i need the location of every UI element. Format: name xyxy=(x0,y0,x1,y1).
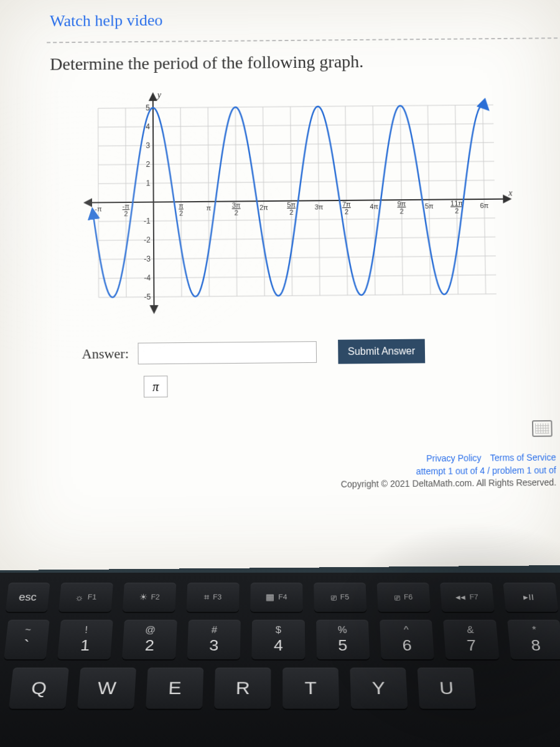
svg-line-25 xyxy=(99,294,497,298)
footer: Privacy Policy Terms of Service attempt … xyxy=(340,451,556,491)
key-f4: ▦F4 xyxy=(250,583,302,612)
key-6: ^6 xyxy=(380,620,434,660)
svg-text:2π: 2π xyxy=(259,204,268,211)
svg-line-16 xyxy=(98,124,494,128)
key-7: &7 xyxy=(443,620,499,660)
svg-text:2: 2 xyxy=(124,210,128,217)
answer-input[interactable] xyxy=(138,341,317,364)
svg-text:1: 1 xyxy=(146,179,151,187)
key-3: #3 xyxy=(187,620,241,660)
svg-text:π: π xyxy=(206,204,211,212)
key-r: R xyxy=(214,668,271,709)
key-y: Y xyxy=(350,668,408,709)
key-f5: ⎚F5 xyxy=(314,583,366,612)
physical-keyboard: esc ☼F1 ☀F2 ⌗F3 ▦F4 ⎚F5 ⎚F6 ◂◂F7 ▸II ~` … xyxy=(0,573,560,747)
key-f1: ☼F1 xyxy=(58,583,113,612)
answer-label: Answer: xyxy=(82,345,129,362)
svg-text:-3: -3 xyxy=(144,255,151,263)
svg-text:2: 2 xyxy=(399,207,403,215)
svg-text:5π: 5π xyxy=(287,201,296,209)
key-q: Q xyxy=(9,668,69,709)
svg-line-15 xyxy=(98,105,493,108)
key-t: T xyxy=(282,668,339,709)
key-f7: ◂◂F7 xyxy=(440,583,495,612)
svg-line-19 xyxy=(98,180,495,184)
privacy-link[interactable]: Privacy Policy xyxy=(426,453,482,464)
pi-insert-button[interactable]: π xyxy=(144,375,168,397)
svg-text:-π: -π xyxy=(95,205,102,212)
terms-link[interactable]: Terms of Service xyxy=(490,452,556,463)
svg-text:3π: 3π xyxy=(232,201,241,209)
svg-text:2: 2 xyxy=(455,207,459,214)
key-u: U xyxy=(418,668,477,709)
copyright-text: Copyright © 2021 DeltaMath.com. All Righ… xyxy=(341,477,557,491)
svg-text:-1: -1 xyxy=(144,217,151,225)
key-f6: ⎚F6 xyxy=(377,583,431,612)
svg-text:4π: 4π xyxy=(370,202,378,210)
svg-text:11π: 11π xyxy=(450,199,464,207)
svg-line-22 xyxy=(98,237,495,241)
key-w: W xyxy=(77,668,136,709)
divider xyxy=(47,37,560,43)
svg-text:5π: 5π xyxy=(425,202,434,210)
key-1: !1 xyxy=(57,620,113,660)
key-2: @2 xyxy=(122,620,177,660)
svg-text:3: 3 xyxy=(146,141,150,150)
svg-text:x: x xyxy=(508,188,513,197)
svg-text:-2: -2 xyxy=(144,235,151,244)
key-tilde: ~` xyxy=(4,620,50,660)
svg-line-17 xyxy=(98,143,494,146)
svg-text:3π: 3π xyxy=(315,203,324,210)
key-f8: ▸II xyxy=(503,583,558,612)
svg-line-23 xyxy=(98,256,495,260)
svg-text:π: π xyxy=(179,202,184,209)
key-esc: esc xyxy=(6,583,50,612)
svg-text:2: 2 xyxy=(289,209,293,216)
svg-text:2: 2 xyxy=(146,160,151,169)
svg-text:2: 2 xyxy=(345,208,348,215)
svg-line-21 xyxy=(98,218,495,222)
svg-text:y: y xyxy=(156,90,162,100)
keyboard-toggle-icon[interactable] xyxy=(532,420,553,437)
svg-text:2: 2 xyxy=(179,209,183,217)
svg-text:-4: -4 xyxy=(144,273,151,282)
key-8: *8 xyxy=(507,620,560,660)
key-e: E xyxy=(146,668,203,709)
trig-graph: y x 543 21 -1-2-3 -4-5 -π -π2 π2 π xyxy=(81,86,521,317)
key-4: $4 xyxy=(252,620,305,660)
svg-text:-π: -π xyxy=(123,202,130,210)
key-f2: ☀F2 xyxy=(123,583,177,612)
svg-text:-5: -5 xyxy=(144,293,151,301)
graph-container: y x 543 21 -1-2-3 -4-5 -π -π2 π2 π xyxy=(81,85,560,316)
submit-answer-button[interactable]: Submit Answer xyxy=(338,339,426,364)
key-5: %5 xyxy=(316,620,370,660)
svg-text:6π: 6π xyxy=(480,202,488,209)
svg-text:2: 2 xyxy=(235,209,238,217)
question-prompt: Determine the period of the following gr… xyxy=(50,50,560,74)
svg-line-18 xyxy=(98,161,494,165)
svg-text:4: 4 xyxy=(146,122,150,131)
svg-text:9π: 9π xyxy=(397,200,406,207)
svg-text:7π: 7π xyxy=(342,200,351,208)
watch-help-link[interactable]: Watch help video xyxy=(50,7,560,31)
key-f3: ⌗F3 xyxy=(186,583,239,612)
